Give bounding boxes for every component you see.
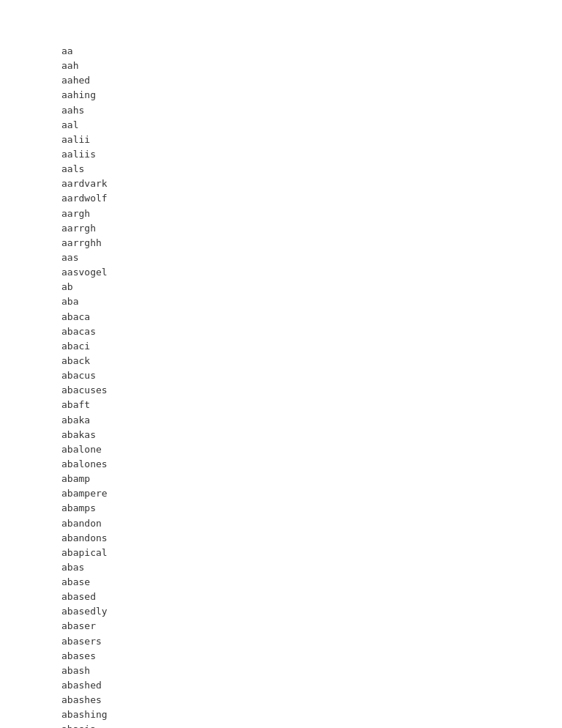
list-item: abacas — [61, 324, 501, 339]
list-item: aa — [61, 44, 501, 59]
list-item: abaka — [61, 413, 501, 428]
list-item: abapical — [61, 546, 501, 560]
list-item: abasia — [61, 722, 501, 728]
list-item: abase — [61, 575, 501, 590]
list-item: aaliis — [61, 147, 501, 162]
list-item: aarrghh — [61, 236, 501, 250]
list-item: abashed — [61, 678, 501, 693]
list-item: abalone — [61, 442, 501, 457]
list-item: abashes — [61, 693, 501, 707]
list-item: abacus — [61, 368, 501, 383]
list-item: abampere — [61, 486, 501, 501]
list-item: aahed — [61, 73, 501, 88]
list-item: aas — [61, 250, 501, 265]
list-item: aasvogel — [61, 265, 501, 280]
list-item: abasedly — [61, 604, 501, 619]
list-item: abash — [61, 664, 501, 678]
list-item: abaser — [61, 619, 501, 634]
list-item: abalones — [61, 457, 501, 472]
list-item: abased — [61, 590, 501, 604]
list-item: abases — [61, 649, 501, 664]
list-item: aah — [61, 59, 501, 73]
list-item: aalii — [61, 133, 501, 147]
list-item: abas — [61, 560, 501, 575]
list-item: aals — [61, 162, 501, 177]
list-item: abakas — [61, 428, 501, 442]
list-item: abaft — [61, 398, 501, 412]
list-item: aahing — [61, 88, 501, 103]
list-item: aarrgh — [61, 221, 501, 236]
list-item: aargh — [61, 207, 501, 221]
list-item: abaca — [61, 310, 501, 324]
list-item: abacuses — [61, 383, 501, 398]
list-item: abandon — [61, 516, 501, 531]
list-item: abasers — [61, 634, 501, 649]
list-item: aahs — [61, 103, 501, 118]
list-item: aardwolf — [61, 191, 501, 206]
list-item: abandons — [61, 531, 501, 546]
word-list: aaaahaahedaahingaahsaalaaliiaaliisaalsaa… — [61, 44, 501, 728]
list-item: aal — [61, 118, 501, 133]
list-item: abashing — [61, 707, 501, 722]
list-item: abaci — [61, 339, 501, 354]
list-item: aback — [61, 354, 501, 368]
list-item: abamps — [61, 501, 501, 516]
list-item: ab — [61, 280, 501, 294]
list-item: aba — [61, 294, 501, 309]
list-item: aardvark — [61, 177, 501, 191]
list-item: abamp — [61, 472, 501, 486]
